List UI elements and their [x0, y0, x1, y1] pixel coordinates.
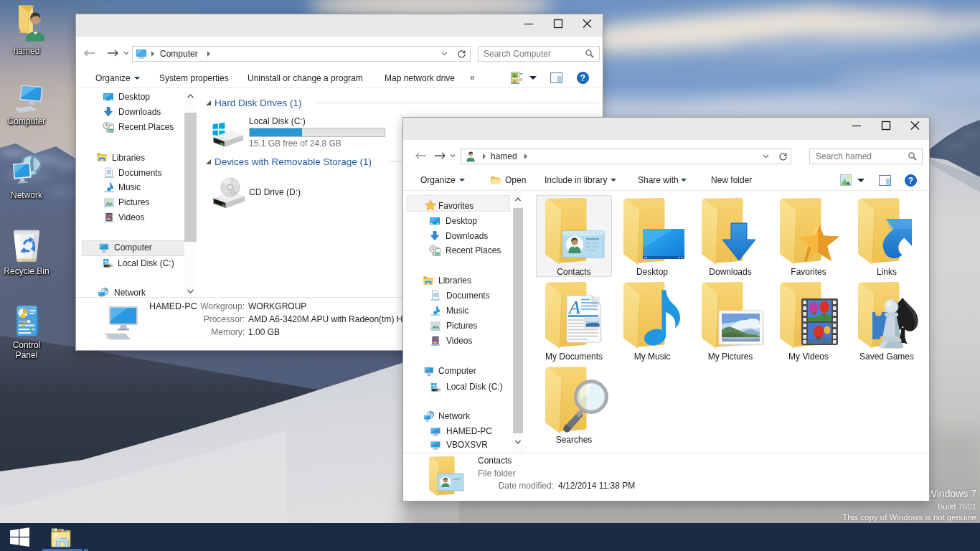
- svg-text:?: ?: [908, 176, 913, 186]
- svg-text:A: A: [567, 297, 580, 318]
- svg-text:?: ?: [580, 73, 585, 83]
